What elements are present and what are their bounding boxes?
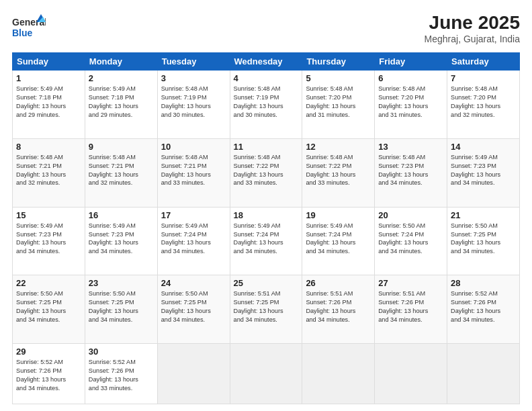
table-cell: 1 Sunrise: 5:49 AMSunset: 7:18 PMDayligh… bbox=[13, 71, 85, 139]
month-year: June 2025 bbox=[425, 12, 520, 34]
table-cell: 6 Sunrise: 5:48 AMSunset: 7:20 PMDayligh… bbox=[375, 71, 447, 139]
col-thursday: Thursday bbox=[302, 53, 375, 71]
logo-graphic: General Blue bbox=[12, 12, 46, 46]
svg-text:Blue: Blue bbox=[12, 28, 33, 38]
table-cell: 17 Sunrise: 5:49 AMSunset: 7:24 PMDaylig… bbox=[157, 207, 230, 275]
table-cell: 8 Sunrise: 5:48 AMSunset: 7:21 PMDayligh… bbox=[13, 138, 85, 207]
page: General Blue June 2025 Meghraj, Gujarat,… bbox=[0, 0, 532, 411]
col-friday: Friday bbox=[375, 53, 447, 71]
table-cell-empty bbox=[302, 344, 375, 404]
col-sunday: Sunday bbox=[13, 53, 85, 71]
table-cell: 26 Sunrise: 5:51 AMSunset: 7:26 PMDaylig… bbox=[302, 275, 375, 344]
table-cell: 28 Sunrise: 5:52 AMSunset: 7:26 PMDaylig… bbox=[447, 275, 520, 344]
table-cell: 10 Sunrise: 5:48 AMSunset: 7:21 PMDaylig… bbox=[157, 138, 230, 207]
location: Meghraj, Gujarat, India bbox=[425, 34, 520, 44]
table-cell: 13 Sunrise: 5:48 AMSunset: 7:23 PMDaylig… bbox=[375, 138, 447, 207]
table-row: 15 Sunrise: 5:49 AMSunset: 7:23 PMDaylig… bbox=[13, 207, 520, 275]
col-saturday: Saturday bbox=[447, 53, 520, 71]
table-cell: 24 Sunrise: 5:50 AMSunset: 7:25 PMDaylig… bbox=[157, 275, 230, 344]
header: General Blue June 2025 Meghraj, Gujarat,… bbox=[12, 12, 520, 46]
table-row: 8 Sunrise: 5:48 AMSunset: 7:21 PMDayligh… bbox=[13, 138, 520, 207]
table-cell-empty bbox=[447, 344, 520, 404]
table-cell: 3 Sunrise: 5:48 AMSunset: 7:19 PMDayligh… bbox=[157, 71, 230, 139]
table-cell: 16 Sunrise: 5:49 AMSunset: 7:23 PMDaylig… bbox=[85, 207, 157, 275]
table-cell-empty bbox=[375, 344, 447, 404]
table-row: 22 Sunrise: 5:50 AMSunset: 7:25 PMDaylig… bbox=[13, 275, 520, 344]
table-cell: 15 Sunrise: 5:49 AMSunset: 7:23 PMDaylig… bbox=[13, 207, 85, 275]
table-cell: 5 Sunrise: 5:48 AMSunset: 7:20 PMDayligh… bbox=[302, 71, 375, 139]
table-cell: 25 Sunrise: 5:51 AMSunset: 7:25 PMDaylig… bbox=[230, 275, 302, 344]
table-cell: 9 Sunrise: 5:48 AMSunset: 7:21 PMDayligh… bbox=[85, 138, 157, 207]
table-row: 1 Sunrise: 5:49 AMSunset: 7:18 PMDayligh… bbox=[13, 71, 520, 139]
table-cell-empty bbox=[230, 344, 302, 404]
table-cell: 20 Sunrise: 5:50 AMSunset: 7:24 PMDaylig… bbox=[375, 207, 447, 275]
table-cell: 2 Sunrise: 5:49 AMSunset: 7:18 PMDayligh… bbox=[85, 71, 157, 139]
title-block: June 2025 Meghraj, Gujarat, India bbox=[425, 12, 520, 44]
table-cell: 7 Sunrise: 5:48 AMSunset: 7:20 PMDayligh… bbox=[447, 71, 520, 139]
header-row: Sunday Monday Tuesday Wednesday Thursday… bbox=[13, 53, 520, 71]
table-cell-empty bbox=[157, 344, 230, 404]
table-cell: 22 Sunrise: 5:50 AMSunset: 7:25 PMDaylig… bbox=[13, 275, 85, 344]
table-cell: 14 Sunrise: 5:49 AMSunset: 7:23 PMDaylig… bbox=[447, 138, 520, 207]
table-cell: 18 Sunrise: 5:49 AMSunset: 7:24 PMDaylig… bbox=[230, 207, 302, 275]
table-cell: 4 Sunrise: 5:48 AMSunset: 7:19 PMDayligh… bbox=[230, 71, 302, 139]
table-cell: 23 Sunrise: 5:50 AMSunset: 7:25 PMDaylig… bbox=[85, 275, 157, 344]
col-monday: Monday bbox=[85, 53, 157, 71]
table-cell: 11 Sunrise: 5:48 AMSunset: 7:22 PMDaylig… bbox=[230, 138, 302, 207]
logo: General Blue bbox=[12, 12, 46, 46]
table-cell: 19 Sunrise: 5:49 AMSunset: 7:24 PMDaylig… bbox=[302, 207, 375, 275]
col-tuesday: Tuesday bbox=[157, 53, 230, 71]
table-cell: 29 Sunrise: 5:52 AMSunset: 7:26 PMDaylig… bbox=[13, 344, 85, 404]
table-cell: 30 Sunrise: 5:52 AMSunset: 7:26 PMDaylig… bbox=[85, 344, 157, 404]
table-row: 29 Sunrise: 5:52 AMSunset: 7:26 PMDaylig… bbox=[13, 344, 520, 404]
col-wednesday: Wednesday bbox=[230, 53, 302, 71]
table-cell: 12 Sunrise: 5:48 AMSunset: 7:22 PMDaylig… bbox=[302, 138, 375, 207]
table-cell: 27 Sunrise: 5:51 AMSunset: 7:26 PMDaylig… bbox=[375, 275, 447, 344]
table-cell: 21 Sunrise: 5:50 AMSunset: 7:25 PMDaylig… bbox=[447, 207, 520, 275]
calendar-table: Sunday Monday Tuesday Wednesday Thursday… bbox=[12, 52, 520, 404]
